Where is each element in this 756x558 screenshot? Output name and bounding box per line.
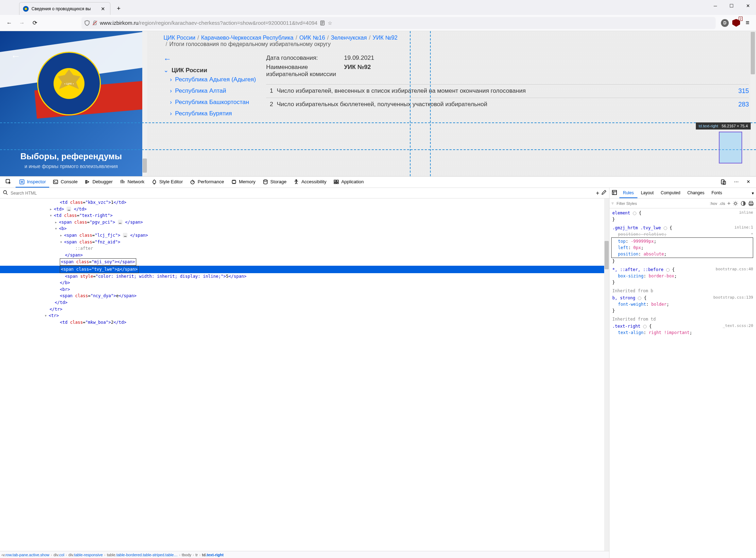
- window-minimize-button[interactable]: ─: [707, 0, 723, 11]
- url-text: www.izbirkom.ru/region/region/karachaev-…: [100, 20, 317, 26]
- content-scrollbar[interactable]: [750, 31, 755, 176]
- code-line[interactable]: <span class="mji_soy"></span>: [0, 258, 609, 266]
- code-scrollbar[interactable]: [604, 199, 609, 551]
- ublock-icon[interactable]: 2: [731, 18, 741, 28]
- code-line[interactable]: <br>: [0, 286, 609, 293]
- inspect-picker-button[interactable]: [2, 177, 15, 188]
- devtools-tab-accessibility[interactable]: Accessibility: [290, 177, 330, 188]
- devtools-tab-performance[interactable]: Performance: [186, 177, 227, 188]
- tree-back-button[interactable]: ←: [164, 54, 266, 64]
- code-line[interactable]: ▸<span class="pgv_pci"> … </span>: [0, 219, 609, 226]
- cls-toggle[interactable]: .cls: [719, 201, 725, 206]
- reader-mode-icon[interactable]: [320, 20, 325, 26]
- tab-title: Сведения о проводящихся вы: [31, 6, 99, 11]
- tab-close-button[interactable]: ✕: [99, 5, 107, 12]
- add-node-button[interactable]: +: [596, 190, 599, 196]
- breadcrumb-item[interactable]: УИК №92: [373, 35, 397, 41]
- tree-item[interactable]: › Республика Бурятия: [164, 108, 266, 119]
- style-tabs-dropdown[interactable]: ▾: [752, 191, 754, 196]
- tree-item[interactable]: › Республика Башкортостан: [164, 97, 266, 108]
- breadcrumb-item[interactable]: ЦИК России: [164, 35, 195, 41]
- add-rule-button[interactable]: +: [727, 200, 731, 207]
- code-line[interactable]: <td class="mkw_boa">2</td>: [0, 319, 609, 326]
- crumb-item[interactable]: table.table-bordered.table-striped.table…: [107, 553, 178, 557]
- filter-styles-input[interactable]: [616, 201, 708, 206]
- style-tab-layout[interactable]: Layout: [637, 188, 657, 198]
- css-rule[interactable]: .text-right {_text.scss:20text-align: ri…: [612, 323, 753, 336]
- dom-breadcrumbs[interactable]: ‹ v.row.tab-pane.active.show›div.col›div…: [0, 551, 609, 558]
- code-line[interactable]: ▾<span class="fnz_aid">: [0, 239, 609, 246]
- devtools-tab-storage[interactable]: Storage: [259, 177, 290, 188]
- css-rule[interactable]: .gmzj_hrtm .tvy_lwe {inline:1▿position: …: [612, 225, 753, 264]
- tree-item[interactable]: › Республика Алтай: [164, 85, 266, 97]
- hov-toggle[interactable]: :hov: [710, 201, 717, 206]
- code-line[interactable]: <span style="color: inherit; width: inhe…: [0, 273, 609, 280]
- dark-mode-icon[interactable]: [740, 201, 746, 206]
- new-tab-button[interactable]: +: [114, 4, 124, 13]
- devtools-tab-application[interactable]: Application: [330, 177, 367, 188]
- style-tab-computed[interactable]: Computed: [657, 188, 684, 198]
- code-line[interactable]: ▸<td> … </td>: [0, 206, 609, 213]
- print-mode-icon[interactable]: [748, 201, 754, 206]
- extension-badge[interactable]: D: [720, 18, 730, 28]
- style-tab-changes[interactable]: Changes: [684, 188, 708, 198]
- tree-root[interactable]: ⌄ ЦИК России: [164, 67, 266, 74]
- tree-item[interactable]: › Республика Адыгея (Адыгея): [164, 74, 266, 85]
- code-line[interactable]: </td>: [0, 299, 609, 306]
- devtools-tab-console[interactable]: Console: [49, 177, 81, 188]
- devtools-tab-memory[interactable]: Memory: [228, 177, 259, 188]
- breadcrumb-item[interactable]: Карачаево-Черкесская Республика: [201, 35, 293, 41]
- bookmark-star-icon[interactable]: ☆: [327, 20, 333, 26]
- code-line[interactable]: </tr>: [0, 306, 609, 313]
- row-value[interactable]: 315: [728, 87, 749, 95]
- crumb-item[interactable]: div.table-responsive: [68, 553, 103, 557]
- devtools-tab-debugger[interactable]: Debugger: [81, 177, 116, 188]
- crumb-item[interactable]: div.col: [53, 553, 64, 557]
- code-line[interactable]: ▾<td class="text-right">: [0, 212, 609, 219]
- url-bar[interactable]: www.izbirkom.ru/region/region/karachaev-…: [81, 17, 716, 29]
- css-rule[interactable]: element {inline}: [612, 210, 753, 223]
- svg-point-8: [21, 181, 23, 183]
- css-rules[interactable]: element {inline}.gmzj_hrtm .tvy_lwe {inl…: [609, 208, 756, 558]
- window-close-button[interactable]: ✕: [740, 0, 756, 11]
- reload-button[interactable]: ⟳: [29, 17, 40, 29]
- code-line[interactable]: <td class="kbx_vzc">1</td>: [0, 199, 609, 206]
- css-rule[interactable]: b, strong {bootstrap.css:139font-weight:…: [612, 295, 753, 314]
- crumb-item[interactable]: v.row.tab-pane.active.show: [3, 553, 50, 557]
- browser-tab[interactable]: Сведения о проводящихся вы ✕: [19, 2, 110, 15]
- eyedropper-icon[interactable]: [601, 190, 606, 196]
- row-label: Число избирательных бюллетеней, полученн…: [277, 101, 728, 108]
- code-line[interactable]: ▸<span class="lcj_fjc"> … </span>: [0, 232, 609, 239]
- search-html-input[interactable]: [10, 190, 594, 196]
- crumb-item[interactable]: tr: [195, 553, 198, 557]
- style-tab-rules[interactable]: Rules: [619, 188, 637, 198]
- forward-button[interactable]: →: [16, 17, 28, 29]
- responsive-mode-button[interactable]: [717, 177, 730, 188]
- devtools-close-button[interactable]: ✕: [743, 177, 754, 187]
- back-button[interactable]: ←: [4, 17, 15, 29]
- window-maximize-button[interactable]: ☐: [723, 0, 740, 11]
- menu-button[interactable]: ≡: [743, 18, 752, 28]
- devtools-tab-network[interactable]: Network: [116, 177, 148, 188]
- crumb-item[interactable]: tbody: [182, 553, 191, 557]
- devtools-more-button[interactable]: ⋯: [731, 177, 742, 187]
- code-line[interactable]: <span class="tvy_lwe">д</span>: [0, 266, 609, 273]
- devtools-tab-style-editor[interactable]: Style Editor: [148, 177, 186, 188]
- css-rule[interactable]: *, ::after, ::before {bootstrap.css:40bo…: [612, 266, 753, 286]
- row-value[interactable]: 283: [728, 101, 749, 108]
- light-mode-icon[interactable]: [733, 201, 738, 206]
- style-tab-fonts[interactable]: Fonts: [708, 188, 726, 198]
- code-line[interactable]: </span>: [0, 252, 609, 259]
- code-line[interactable]: ::after: [0, 245, 609, 252]
- code-line[interactable]: ▾<b>: [0, 225, 609, 232]
- crumb-item[interactable]: td.text-right: [202, 553, 224, 557]
- layout-panel-icon[interactable]: [612, 190, 617, 196]
- dom-tree[interactable]: <td class="kbx_vzc">1</td> ▸<td> … </td>…: [0, 199, 609, 551]
- code-line[interactable]: <span class="ncy_dya">e</span>: [0, 293, 609, 299]
- code-line[interactable]: </b>: [0, 280, 609, 286]
- code-line[interactable]: ▾<tr>: [0, 312, 609, 319]
- devtools-tab-inspector[interactable]: Inspector: [16, 177, 49, 188]
- breadcrumb-item[interactable]: ОИК №16: [299, 35, 325, 41]
- breadcrumb-item[interactable]: Зеленчукская: [331, 35, 367, 41]
- sidebar-back-button[interactable]: ←: [11, 51, 21, 62]
